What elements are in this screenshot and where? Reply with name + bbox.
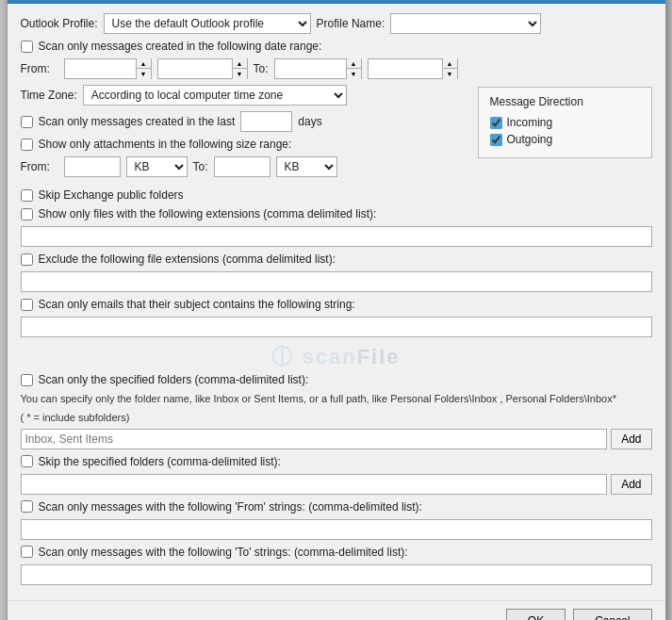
- scan-folders-note-text: You can specify only the folder name, li…: [21, 392, 652, 406]
- from-date-arrows: ▲ ▼: [136, 58, 151, 79]
- incoming-label: Incoming: [507, 116, 553, 129]
- from-strings-checkbox[interactable]: [21, 500, 33, 513]
- show-extensions-label: Show only files with the following exten…: [39, 207, 377, 220]
- from-time-down[interactable]: ▼: [232, 69, 247, 79]
- skip-exchange-checkbox[interactable]: [21, 189, 33, 202]
- subject-filter-row: Scan only emails that their subject cont…: [21, 298, 652, 311]
- size-from-input[interactable]: 0: [64, 156, 121, 177]
- to-strings-input-row: [21, 564, 652, 585]
- to-date-arrows: ▲ ▼: [346, 58, 361, 79]
- skip-exchange-row: Skip Exchange public folders: [21, 188, 652, 202]
- to-date-up[interactable]: ▲: [346, 58, 361, 69]
- scan-folders-add-button[interactable]: Add: [611, 429, 651, 449]
- scan-folders-row: Scan only the specified folders (comma-d…: [21, 373, 652, 386]
- dialog-content: Outlook Profile: Use the default Outlook…: [8, 4, 665, 600]
- size-from-unit-select[interactable]: KB MB: [126, 156, 188, 177]
- to-strings-input[interactable]: [21, 564, 652, 585]
- from-date-input[interactable]: 3/ 1/2013: [65, 59, 136, 78]
- skip-folders-row: Skip the specified folders (comma-delimi…: [21, 455, 652, 468]
- watermark: ⓘ scanFile: [21, 343, 652, 371]
- from-date-input-wrapper: 3/ 1/2013 ▲ ▼: [64, 58, 152, 79]
- scan-folders-note: You can specify only the folder name, li…: [21, 392, 652, 425]
- exclude-extensions-input[interactable]: [21, 271, 652, 292]
- to-time-input[interactable]: 12:00:00 AM: [369, 59, 442, 78]
- show-extensions-input-row: doc, docx, txt: [21, 226, 652, 247]
- cancel-button[interactable]: Cancel: [573, 609, 651, 620]
- last-days-checkbox[interactable]: [21, 116, 33, 128]
- to-time-arrows: ▲ ▼: [442, 58, 457, 79]
- scan-folders-checkbox[interactable]: [21, 374, 33, 386]
- scan-date-range-row: Scan only messages created in the follow…: [21, 40, 652, 53]
- attachments-checkbox[interactable]: [21, 139, 33, 151]
- size-to-input[interactable]: 1000: [214, 156, 270, 177]
- days-label: days: [298, 115, 321, 128]
- show-extensions-row: Show only files with the following exten…: [21, 207, 652, 220]
- message-direction-panel: Message Direction Incoming Outgoing: [478, 85, 652, 158]
- subject-filter-input-row: [21, 317, 652, 337]
- skip-folders-add-button[interactable]: Add: [611, 474, 651, 495]
- to-time-input-wrapper: 12:00:00 AM ▲ ▼: [368, 58, 458, 79]
- exclude-extensions-checkbox[interactable]: [21, 253, 33, 266]
- scan-folders-label: Scan only the specified folders (comma-d…: [39, 373, 309, 386]
- timezone-label: Time Zone:: [21, 89, 77, 102]
- to-date-input[interactable]: 4/ 1/2013: [275, 59, 346, 78]
- size-from-label: From:: [21, 160, 58, 173]
- scan-folders-input[interactable]: [21, 429, 608, 449]
- message-direction-box: Message Direction Incoming Outgoing: [478, 87, 652, 158]
- subject-filter-input[interactable]: [21, 317, 652, 337]
- incoming-checkbox[interactable]: [490, 117, 502, 129]
- from-date-down[interactable]: ▼: [136, 69, 151, 79]
- from-strings-input-row: [21, 519, 652, 540]
- scan-date-range-label: Scan only messages created in the follow…: [39, 40, 322, 53]
- profile-name-label: Profile Name:: [317, 17, 385, 30]
- outgoing-checkbox[interactable]: [490, 134, 502, 146]
- to-date-down[interactable]: ▼: [346, 69, 361, 79]
- to-strings-row: Scan only messages with the following 'T…: [21, 546, 652, 559]
- skip-folders-label: Skip the specified folders (comma-delimi…: [39, 455, 281, 468]
- ok-button[interactable]: OK: [506, 609, 565, 620]
- from-time-input[interactable]: 12:00:00 AM: [158, 59, 232, 78]
- from-strings-input[interactable]: [21, 519, 652, 540]
- last-days-label: Scan only messages created in the last: [39, 115, 236, 128]
- exclude-extensions-input-row: [21, 271, 652, 292]
- left-options: Time Zone: According to local computer t…: [21, 85, 468, 183]
- message-direction-title: Message Direction: [490, 95, 640, 108]
- to-strings-label: Scan only messages with the following 'T…: [39, 546, 408, 559]
- outlook-profile-select[interactable]: Use the default Outlook profile: [104, 13, 311, 34]
- to-time-down[interactable]: ▼: [442, 69, 457, 79]
- scan-date-range-checkbox[interactable]: [21, 41, 33, 53]
- to-time-up[interactable]: ▲: [442, 58, 457, 69]
- skip-folders-input-row: Add: [21, 474, 652, 495]
- scan-folders-note2-text: ( * = include subfolders): [21, 411, 652, 425]
- subject-filter-checkbox[interactable]: [21, 299, 33, 311]
- skip-folders-input[interactable]: [21, 474, 608, 495]
- exclude-extensions-row: Exclude the following file extensions (c…: [21, 253, 652, 266]
- outgoing-row: Outgoing: [490, 133, 640, 146]
- show-extensions-checkbox[interactable]: [21, 208, 33, 220]
- timezone-row: Time Zone: According to local computer t…: [21, 85, 468, 106]
- profile-name-select[interactable]: [390, 13, 541, 34]
- size-to-unit-select[interactable]: KB MB: [276, 156, 337, 177]
- date-range-row: From: 3/ 1/2013 ▲ ▼ 12:00:00 AM ▲ ▼ To: …: [21, 58, 652, 79]
- attachments-label: Show only attachments in the following s…: [39, 138, 292, 151]
- show-extensions-input[interactable]: doc, docx, txt: [21, 226, 652, 247]
- to-date-input-wrapper: 4/ 1/2013 ▲ ▼: [274, 58, 362, 79]
- to-date-label: To:: [254, 62, 269, 75]
- subject-filter-label: Scan only emails that their subject cont…: [39, 298, 355, 311]
- from-time-up[interactable]: ▲: [232, 58, 247, 69]
- from-date-up[interactable]: ▲: [136, 58, 151, 69]
- dialog-footer: OK Cancel: [8, 600, 665, 620]
- incoming-row: Incoming: [490, 116, 640, 129]
- outgoing-label: Outgoing: [507, 133, 553, 146]
- last-days-row: Scan only messages created in the last 5…: [21, 111, 468, 132]
- from-time-input-wrapper: 12:00:00 AM ▲ ▼: [157, 58, 248, 79]
- to-strings-checkbox[interactable]: [21, 546, 33, 558]
- outlook-profile-row: Outlook Profile: Use the default Outlook…: [21, 13, 652, 34]
- main-window: 🖥 Mailbox Scan Options ✕ Outlook Profile…: [7, 0, 666, 620]
- attachments-row: Show only attachments in the following s…: [21, 138, 468, 151]
- timezone-select[interactable]: According to local computer time zone: [83, 85, 347, 106]
- skip-exchange-label: Skip Exchange public folders: [39, 188, 184, 202]
- last-days-input[interactable]: 5: [240, 111, 292, 132]
- outlook-profile-label: Outlook Profile:: [21, 17, 98, 30]
- skip-folders-checkbox[interactable]: [21, 455, 33, 467]
